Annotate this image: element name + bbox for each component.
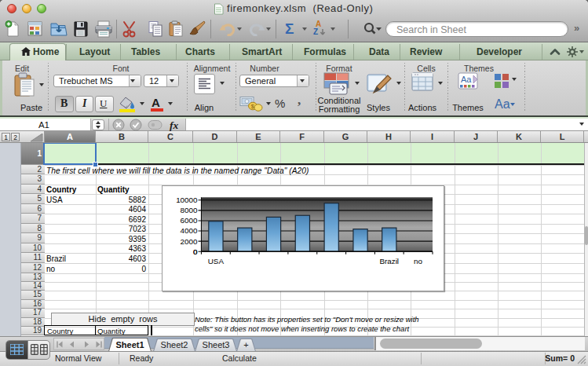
svg-text:Z: Z	[313, 27, 318, 36]
svg-text:no: no	[414, 257, 422, 265]
svg-text:2000: 2000	[181, 237, 198, 246]
svg-text:Aa: Aa	[461, 75, 472, 84]
svg-text:fx: fx	[170, 119, 178, 131]
svg-text:Brazil: Brazil	[379, 257, 399, 265]
svg-text:6000: 6000	[181, 216, 198, 225]
svg-text:$: $	[251, 104, 254, 109]
svg-text:8000: 8000	[181, 206, 198, 214]
svg-text:USA: USA	[208, 257, 225, 265]
svg-text:0: 0	[193, 247, 198, 256]
svg-text:10000: 10000	[176, 196, 198, 204]
svg-text:4000: 4000	[181, 226, 198, 235]
